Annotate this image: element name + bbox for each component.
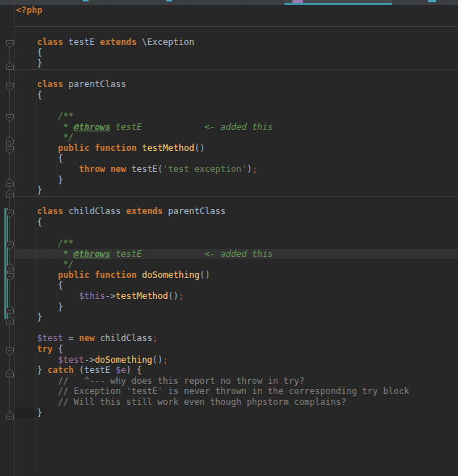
- token-fn: testMethod: [142, 143, 194, 153]
- token-df: }: [16, 185, 42, 195]
- token-df: (): [195, 143, 205, 153]
- token-cm: // Exception 'testE' is never thrown in …: [16, 386, 409, 396]
- token-df: (): [152, 355, 163, 365]
- token-dc: */: [16, 132, 73, 142]
- token-df: [16, 333, 37, 343]
- tab-separator: [107, 0, 108, 5]
- code-line: } catch (testE $e) {: [16, 365, 409, 376]
- editor-tab-bar[interactable]: [0, 0, 458, 5]
- code-line: }: [16, 175, 409, 186]
- token-dc: testE <- added this: [110, 249, 273, 259]
- code-line: /**: [16, 238, 409, 249]
- token-sm: ;: [152, 333, 158, 343]
- active-tab[interactable]: [285, 0, 392, 5]
- token-df: [16, 143, 58, 153]
- token-kw: function: [94, 143, 136, 153]
- token-df: {: [16, 47, 42, 57]
- code-line: {: [16, 153, 409, 164]
- tab-separator: [191, 0, 192, 5]
- token-dc: */: [16, 259, 73, 269]
- token-df: {: [16, 280, 63, 290]
- file-type-icon[interactable]: [166, 0, 172, 1]
- token-df: }: [16, 58, 42, 68]
- token-df: {: [16, 217, 42, 227]
- code-editor[interactable]: <?php class testE extends \Exception { }…: [0, 5, 458, 476]
- token-df: =: [63, 333, 79, 343]
- token-df: [16, 270, 58, 280]
- token-df: ) {: [126, 365, 142, 375]
- token-df: ->: [84, 355, 94, 365]
- token-fn: doSomething: [94, 355, 152, 365]
- token-kw: class: [37, 79, 63, 89]
- code-line: throw new testE('test exception');: [16, 164, 409, 175]
- token-kw: class: [37, 206, 63, 216]
- token-sm: ;: [163, 355, 168, 365]
- code-line: [16, 16, 409, 27]
- token-df: testE(: [126, 164, 163, 174]
- token-df: testE: [63, 37, 100, 47]
- tab-separator: [446, 0, 446, 5]
- token-kw: throw: [79, 164, 105, 174]
- token-fn: doSomething: [142, 270, 199, 280]
- file-type-icon[interactable]: [83, 0, 89, 1]
- token-kw: extends: [126, 206, 163, 216]
- code-line: */: [16, 132, 409, 143]
- token-df: }: [16, 365, 47, 375]
- token-dc: /**: [16, 111, 73, 121]
- token-df: (testE: [73, 365, 115, 375]
- token-kw: function: [94, 270, 136, 280]
- token-df: [105, 164, 110, 174]
- token-df: [16, 164, 79, 174]
- code-line: }: [16, 185, 409, 196]
- token-df: [16, 344, 37, 354]
- token-kw: <?php: [16, 5, 42, 15]
- code-line: class childClass extends parentClass: [16, 206, 409, 217]
- token-df: (): [200, 270, 210, 280]
- token-df: }: [16, 175, 63, 185]
- code-line: class parentClass: [16, 79, 409, 90]
- code-line: }: [16, 58, 409, 69]
- code-line: }: [16, 408, 409, 419]
- token-df: }: [16, 312, 42, 322]
- code-line: $this->testMethod();: [16, 291, 409, 302]
- php-file-icon: [293, 0, 303, 3]
- token-df: childClass: [63, 206, 126, 216]
- token-dt: @throws: [73, 122, 110, 132]
- token-df: parentClass: [163, 206, 226, 216]
- code-line: class testE extends \Exception: [16, 37, 409, 48]
- code-line: {: [16, 280, 409, 291]
- code-line: public function testMethod(): [16, 143, 409, 154]
- token-df: [16, 355, 58, 365]
- token-vr: $test: [58, 355, 84, 365]
- code-line: public function doSomething(): [16, 270, 409, 281]
- code-line: $test->doSomething();: [16, 355, 409, 366]
- ide-window: <?php class testE extends \Exception { }…: [0, 0, 458, 476]
- code-line: }: [16, 302, 409, 313]
- token-df: [16, 79, 37, 89]
- token-dc: *: [16, 122, 73, 132]
- token-kw: new: [110, 164, 126, 174]
- code-line: try {: [16, 344, 409, 355]
- code-line: {: [16, 47, 409, 58]
- token-kw: new: [79, 333, 95, 343]
- token-cm: // Will this still work even though phps…: [16, 397, 346, 407]
- token-df: {: [53, 344, 63, 354]
- token-kw: catch: [47, 365, 73, 375]
- token-vr: $e: [115, 365, 126, 375]
- file-type-icon[interactable]: [428, 0, 436, 2]
- token-cm: // ^--- why does this report no throw in…: [16, 376, 304, 386]
- token-df: }: [16, 408, 42, 418]
- code-line: [16, 196, 409, 207]
- code-line: [16, 227, 409, 238]
- token-fn: testMethod: [115, 291, 168, 301]
- token-df: ->: [105, 291, 115, 301]
- token-dc: /**: [16, 238, 73, 248]
- code-line: // Will this still work even though phps…: [16, 397, 409, 408]
- token-sm: ;: [252, 164, 257, 174]
- token-kw: public: [58, 143, 89, 153]
- code-line: $test = new childClass;: [16, 333, 409, 344]
- token-dt: @throws: [73, 249, 110, 259]
- code-line: [16, 100, 409, 111]
- token-vr: $this: [79, 291, 105, 301]
- code-line: [16, 26, 409, 37]
